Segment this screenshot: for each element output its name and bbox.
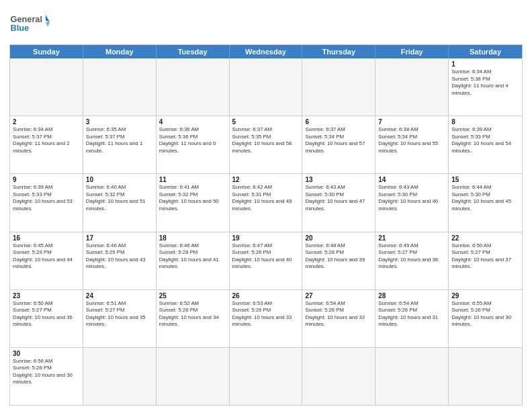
calendar-cell-1-6: 8Sunrise: 6:39 AM Sunset: 5:33 PM Daylig… (449, 116, 522, 173)
day-number: 24 (86, 292, 153, 300)
calendar-row-0: 1Sunrise: 6:34 AM Sunset: 5:38 PM Daylig… (10, 58, 522, 116)
day-number: 5 (232, 118, 300, 126)
calendar-cell-5-0: 30Sunrise: 6:56 AM Sunset: 5:26 PM Dayli… (10, 348, 83, 405)
calendar-cell-4-0: 23Sunrise: 6:50 AM Sunset: 5:27 PM Dayli… (10, 290, 83, 347)
day-number: 1 (451, 60, 519, 68)
calendar-cell-5-6 (449, 348, 522, 405)
day-number: 6 (305, 118, 372, 126)
cell-info: Sunrise: 6:55 AM Sunset: 5:26 PM Dayligh… (451, 300, 511, 328)
calendar-header: Sunday Monday Tuesday Wednesday Thursday… (10, 45, 522, 58)
calendar-cell-5-5 (375, 348, 449, 405)
calendar-cell-2-4: 13Sunrise: 6:43 AM Sunset: 5:30 PM Dayli… (302, 174, 375, 231)
calendar-cell-3-3: 19Sunrise: 6:47 AM Sunset: 5:28 PM Dayli… (230, 232, 303, 289)
cell-info: Sunrise: 6:38 AM Sunset: 5:34 PM Dayligh… (378, 126, 438, 154)
day-number: 19 (232, 234, 300, 242)
svg-marker-3 (46, 22, 50, 28)
calendar-cell-1-5: 7Sunrise: 6:38 AM Sunset: 5:34 PM Daylig… (375, 116, 449, 173)
calendar-cell-4-4: 27Sunrise: 6:54 AM Sunset: 5:26 PM Dayli… (302, 290, 375, 347)
day-number: 11 (159, 176, 226, 183)
cell-info: Sunrise: 6:34 AM Sunset: 5:38 PM Dayligh… (451, 68, 508, 96)
cell-info: Sunrise: 6:43 AM Sunset: 5:30 PM Dayligh… (305, 184, 365, 212)
day-number: 3 (86, 118, 153, 126)
header-friday: Friday (375, 45, 449, 58)
day-number: 15 (451, 176, 519, 183)
calendar-cell-1-0: 2Sunrise: 6:34 AM Sunset: 5:37 PM Daylig… (10, 116, 83, 173)
cell-info: Sunrise: 6:39 AM Sunset: 5:33 PM Dayligh… (451, 126, 511, 154)
cell-info: Sunrise: 6:48 AM Sunset: 5:28 PM Dayligh… (305, 242, 365, 270)
day-number: 2 (13, 118, 80, 126)
calendar-cell-1-1: 3Sunrise: 6:35 AM Sunset: 5:37 PM Daylig… (83, 116, 157, 173)
svg-text:Blue: Blue (11, 23, 30, 33)
cell-info: Sunrise: 6:50 AM Sunset: 5:27 PM Dayligh… (451, 242, 511, 270)
day-number: 21 (378, 234, 445, 242)
cell-info: Sunrise: 6:56 AM Sunset: 5:26 PM Dayligh… (13, 358, 73, 385)
cell-info: Sunrise: 6:54 AM Sunset: 5:26 PM Dayligh… (378, 300, 438, 328)
calendar-cell-5-1 (83, 348, 157, 405)
calendar-cell-5-3 (230, 348, 303, 405)
day-number: 8 (451, 118, 519, 126)
calendar-cell-0-3 (230, 58, 303, 116)
calendar-row-3: 16Sunrise: 6:45 AM Sunset: 5:29 PM Dayli… (10, 232, 522, 290)
calendar-row-2: 9Sunrise: 6:39 AM Sunset: 5:33 PM Daylig… (10, 174, 522, 232)
day-number: 16 (13, 234, 80, 242)
calendar-row-4: 23Sunrise: 6:50 AM Sunset: 5:27 PM Dayli… (10, 290, 522, 348)
header-saturday: Saturday (449, 45, 522, 58)
calendar-cell-3-0: 16Sunrise: 6:45 AM Sunset: 5:29 PM Dayli… (10, 232, 83, 289)
cell-info: Sunrise: 6:35 AM Sunset: 5:37 PM Dayligh… (86, 126, 143, 154)
calendar-cell-2-6: 15Sunrise: 6:44 AM Sunset: 5:30 PM Dayli… (449, 174, 522, 231)
header: General Blue (9, 7, 523, 40)
calendar-cell-4-3: 26Sunrise: 6:53 AM Sunset: 5:26 PM Dayli… (230, 290, 303, 347)
cell-info: Sunrise: 6:36 AM Sunset: 5:36 PM Dayligh… (159, 126, 216, 154)
calendar-cell-0-6: 1Sunrise: 6:34 AM Sunset: 5:38 PM Daylig… (449, 58, 522, 116)
calendar-row-1: 2Sunrise: 6:34 AM Sunset: 5:37 PM Daylig… (10, 116, 522, 174)
day-number: 4 (159, 118, 226, 126)
header-tuesday: Tuesday (157, 45, 230, 58)
calendar-cell-5-2 (157, 348, 230, 405)
day-number: 9 (13, 176, 80, 183)
calendar-cell-3-1: 17Sunrise: 6:46 AM Sunset: 5:29 PM Dayli… (83, 232, 157, 289)
calendar-cell-4-5: 28Sunrise: 6:54 AM Sunset: 5:26 PM Dayli… (375, 290, 449, 347)
day-number: 27 (305, 292, 372, 300)
day-number: 28 (378, 292, 445, 300)
cell-info: Sunrise: 6:37 AM Sunset: 5:35 PM Dayligh… (232, 126, 292, 154)
calendar-cell-4-2: 25Sunrise: 6:52 AM Sunset: 5:26 PM Dayli… (157, 290, 230, 347)
cell-info: Sunrise: 6:54 AM Sunset: 5:26 PM Dayligh… (305, 300, 365, 328)
header-monday: Monday (83, 45, 157, 58)
cell-info: Sunrise: 6:50 AM Sunset: 5:27 PM Dayligh… (13, 300, 73, 328)
day-number: 20 (305, 234, 372, 242)
cell-info: Sunrise: 6:42 AM Sunset: 5:31 PM Dayligh… (232, 184, 292, 212)
day-number: 30 (13, 350, 80, 357)
day-number: 23 (13, 292, 80, 300)
cell-info: Sunrise: 6:45 AM Sunset: 5:29 PM Dayligh… (13, 242, 73, 270)
calendar-body: 1Sunrise: 6:34 AM Sunset: 5:38 PM Daylig… (10, 58, 522, 405)
day-number: 26 (232, 292, 300, 300)
calendar-cell-3-4: 20Sunrise: 6:48 AM Sunset: 5:28 PM Dayli… (302, 232, 375, 289)
calendar-row-5: 30Sunrise: 6:56 AM Sunset: 5:26 PM Dayli… (10, 348, 522, 405)
day-number: 22 (451, 234, 519, 242)
cell-info: Sunrise: 6:43 AM Sunset: 5:30 PM Dayligh… (378, 184, 438, 212)
calendar-cell-2-3: 12Sunrise: 6:42 AM Sunset: 5:31 PM Dayli… (230, 174, 303, 231)
calendar-cell-3-5: 21Sunrise: 6:49 AM Sunset: 5:27 PM Dayli… (375, 232, 449, 289)
calendar-cell-5-4 (302, 348, 375, 405)
calendar-cell-3-2: 18Sunrise: 6:46 AM Sunset: 5:28 PM Dayli… (157, 232, 230, 289)
day-number: 14 (378, 176, 445, 183)
cell-info: Sunrise: 6:34 AM Sunset: 5:37 PM Dayligh… (13, 126, 70, 154)
calendar-cell-0-1 (83, 58, 157, 116)
cell-info: Sunrise: 6:46 AM Sunset: 5:29 PM Dayligh… (86, 242, 146, 270)
cell-info: Sunrise: 6:49 AM Sunset: 5:27 PM Dayligh… (378, 242, 438, 270)
cell-info: Sunrise: 6:40 AM Sunset: 5:32 PM Dayligh… (86, 184, 146, 212)
cell-info: Sunrise: 6:52 AM Sunset: 5:26 PM Dayligh… (159, 300, 219, 328)
cell-info: Sunrise: 6:41 AM Sunset: 5:32 PM Dayligh… (159, 184, 219, 212)
cell-info: Sunrise: 6:39 AM Sunset: 5:33 PM Dayligh… (13, 184, 73, 212)
day-number: 13 (305, 176, 372, 183)
calendar: Sunday Monday Tuesday Wednesday Thursday… (9, 44, 523, 406)
cell-info: Sunrise: 6:37 AM Sunset: 5:34 PM Dayligh… (305, 126, 365, 154)
calendar-cell-4-6: 29Sunrise: 6:55 AM Sunset: 5:26 PM Dayli… (449, 290, 522, 347)
day-number: 17 (86, 234, 153, 242)
cell-info: Sunrise: 6:47 AM Sunset: 5:28 PM Dayligh… (232, 242, 292, 270)
cell-info: Sunrise: 6:53 AM Sunset: 5:26 PM Dayligh… (232, 300, 292, 328)
cell-info: Sunrise: 6:51 AM Sunset: 5:27 PM Dayligh… (86, 300, 146, 328)
day-number: 7 (378, 118, 445, 126)
logo-svg: General Blue (9, 7, 50, 40)
cell-info: Sunrise: 6:44 AM Sunset: 5:30 PM Dayligh… (451, 184, 511, 212)
